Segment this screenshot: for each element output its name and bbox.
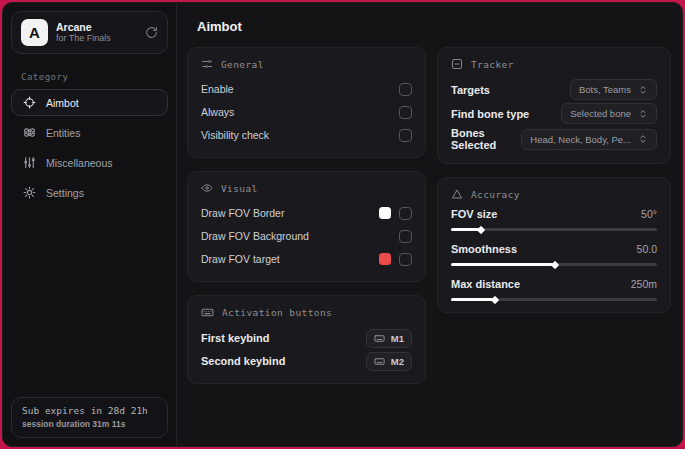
sidebar: A Arcane for The Finals Category Aimbot xyxy=(3,3,177,446)
eye-icon xyxy=(201,182,213,194)
general-card: General Enable Always Visibility check xyxy=(187,47,426,158)
entities-icon xyxy=(23,126,36,139)
setting-label: Second keybind xyxy=(201,355,285,367)
setting-row-draw-fov-background: Draw FOV Background xyxy=(201,225,412,247)
main-right-column: Tracker Targets Bots, Teams xyxy=(437,47,671,313)
setting-row-find-bone-type: Find bone type Selected bone xyxy=(451,102,657,125)
app-subtitle: for The Finals xyxy=(56,33,137,43)
gear-icon xyxy=(23,186,36,199)
fov-size-slider[interactable] xyxy=(451,228,657,231)
tracker-card: Tracker Targets Bots, Teams xyxy=(437,47,671,164)
draw-fov-border-checkbox[interactable] xyxy=(399,207,412,220)
crosshair-icon xyxy=(23,96,36,109)
setting-label: Bones Selected xyxy=(451,127,521,151)
activation-buttons-card: Activation buttons First keybind M1 xyxy=(187,295,426,384)
setting-label: Draw FOV Background xyxy=(201,230,309,242)
slider-thumb[interactable] xyxy=(477,225,485,233)
sliders-vertical-icon xyxy=(23,156,36,169)
subscription-info-card: Sub expires in 28d 21h session duration … xyxy=(11,397,168,438)
setting-row-first-keybind: First keybind M1 xyxy=(201,327,412,349)
fov-target-color-swatch[interactable] xyxy=(379,253,391,265)
slider-thumb[interactable] xyxy=(551,260,559,268)
sidebar-item-label: Entities xyxy=(46,127,80,139)
bones-selected-select[interactable]: Head, Neck, Body, Pe... xyxy=(521,129,657,150)
setting-label: First keybind xyxy=(201,332,269,344)
setting-row-second-keybind: Second keybind M2 xyxy=(201,350,412,372)
max-distance-slider[interactable] xyxy=(451,298,657,301)
sidebar-nav: Aimbot Entities xyxy=(3,89,176,206)
accuracy-card-title: Accuracy xyxy=(471,189,520,200)
general-card-header: General xyxy=(201,58,412,70)
category-label: Category xyxy=(21,72,176,82)
setting-label: Draw FOV Border xyxy=(201,207,284,219)
sidebar-item-entities[interactable]: Entities xyxy=(11,119,168,146)
setting-row-enable: Enable xyxy=(201,78,412,100)
app-window: A Arcane for The Finals Category Aimbot xyxy=(2,2,683,447)
triangle-icon xyxy=(451,188,463,200)
visual-card: Visual Draw FOV Border Draw FOV Backgrou… xyxy=(187,171,426,282)
setting-label: Enable xyxy=(201,83,234,95)
select-value: Selected bone xyxy=(570,108,631,119)
setting-row-always: Always xyxy=(201,101,412,123)
visibility-check-checkbox[interactable] xyxy=(399,129,412,142)
max-distance-slider-group: Max distance 250m xyxy=(451,278,657,301)
second-keybind-button[interactable]: M2 xyxy=(366,352,412,371)
first-keybind-button[interactable]: M1 xyxy=(366,329,412,348)
slider-label: Max distance xyxy=(451,278,520,290)
app-name: Arcane xyxy=(56,21,137,33)
accuracy-card: Accuracy FOV size 50° xyxy=(437,177,671,313)
setting-row-draw-fov-target: Draw FOV target xyxy=(201,248,412,270)
brand-text: Arcane for The Finals xyxy=(56,21,137,43)
always-checkbox[interactable] xyxy=(399,106,412,119)
sidebar-item-miscellaneous[interactable]: Miscellaneous xyxy=(11,149,168,176)
setting-row-bones-selected: Bones Selected Head, Neck, Body, Pe... xyxy=(451,126,657,152)
keyboard-icon xyxy=(374,356,385,367)
visual-card-header: Visual xyxy=(201,182,412,194)
slider-fill xyxy=(451,228,480,231)
enable-checkbox[interactable] xyxy=(399,83,412,96)
sidebar-item-label: Aimbot xyxy=(46,97,79,109)
sidebar-item-label: Settings xyxy=(46,187,84,199)
page-title: Aimbot xyxy=(197,19,666,34)
sub-expiry-text: Sub expires in 28d 21h xyxy=(22,405,157,416)
activation-card-title: Activation buttons xyxy=(222,307,332,318)
keyboard-icon xyxy=(201,306,214,319)
session-duration-text: session duration 31m 11s xyxy=(22,419,157,429)
slider-thumb[interactable] xyxy=(491,295,499,303)
visual-card-title: Visual xyxy=(221,183,258,194)
sliders-horizontal-icon xyxy=(201,58,213,70)
general-card-title: General xyxy=(221,59,264,70)
smoothness-slider[interactable] xyxy=(451,263,657,266)
main-content: Aimbot General xyxy=(177,3,682,446)
app-logo: A xyxy=(21,19,48,46)
slider-label: FOV size xyxy=(451,208,497,220)
sidebar-item-label: Miscellaneous xyxy=(46,157,113,169)
activation-card-header: Activation buttons xyxy=(201,306,412,319)
brand-card: A Arcane for The Finals xyxy=(11,11,168,54)
slider-label: Smoothness xyxy=(451,243,517,255)
slider-value: 50.0 xyxy=(637,243,657,255)
chevrons-up-down-icon xyxy=(638,109,648,119)
keybind-value: M2 xyxy=(391,356,404,367)
find-bone-type-select[interactable]: Selected bone xyxy=(561,103,657,124)
chevrons-up-down-icon xyxy=(638,134,648,144)
sidebar-item-settings[interactable]: Settings xyxy=(11,179,168,206)
keybind-value: M1 xyxy=(391,333,404,344)
fov-border-color-swatch[interactable] xyxy=(379,207,391,219)
main-left-column: General Enable Always Visibility check xyxy=(187,47,426,384)
setting-row-targets: Targets Bots, Teams xyxy=(451,78,657,101)
draw-fov-background-checkbox[interactable] xyxy=(399,230,412,243)
setting-label: Visibility check xyxy=(201,129,269,141)
setting-row-draw-fov-border: Draw FOV Border xyxy=(201,202,412,224)
chevrons-up-down-icon xyxy=(638,85,648,95)
setting-label: Targets xyxy=(451,84,490,96)
slider-fill xyxy=(451,263,554,266)
draw-fov-target-checkbox[interactable] xyxy=(399,253,412,266)
sync-icon[interactable] xyxy=(145,26,158,39)
slider-value: 250m xyxy=(631,278,657,290)
accuracy-card-header: Accuracy xyxy=(451,188,657,200)
select-value: Head, Neck, Body, Pe... xyxy=(530,134,631,145)
setting-label: Draw FOV target xyxy=(201,253,280,265)
sidebar-item-aimbot[interactable]: Aimbot xyxy=(11,89,168,116)
targets-select[interactable]: Bots, Teams xyxy=(570,79,657,100)
